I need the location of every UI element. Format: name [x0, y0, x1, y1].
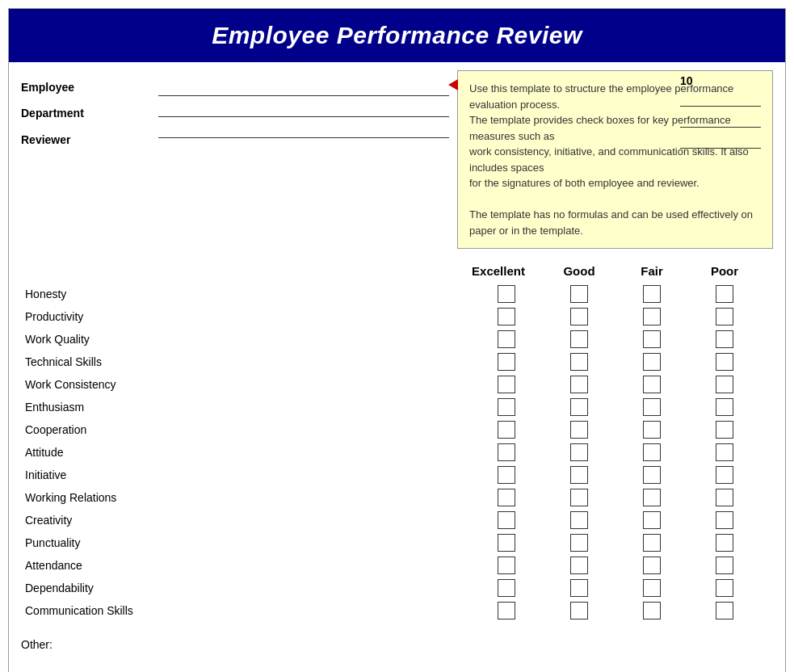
checkbox-excellent[interactable]: [498, 556, 515, 574]
checkbox-good[interactable]: [570, 602, 588, 620]
criteria-label: Technical Skills: [21, 355, 255, 368]
checkbox-good[interactable]: [570, 353, 588, 371]
checkbox-fair[interactable]: [643, 421, 661, 439]
checkbox-good[interactable]: [570, 511, 588, 529]
criteria-label: Honesty: [21, 288, 255, 300]
checkbox-poor[interactable]: [716, 308, 733, 326]
criteria-label: Attendance: [21, 559, 255, 572]
checkbox-fair[interactable]: [643, 376, 661, 393]
checkbox-excellent[interactable]: [498, 353, 515, 371]
right-input-2[interactable]: [680, 113, 761, 128]
checkbox-fair[interactable]: [643, 489, 661, 506]
checkbox-excellent[interactable]: [498, 443, 515, 461]
checkbox-excellent[interactable]: [498, 330, 515, 348]
page: Employee Performance Review Employee Dep…: [8, 8, 786, 672]
checkbox-group: [255, 285, 773, 303]
checkbox-good[interactable]: [570, 443, 588, 461]
checkbox-group: [255, 466, 773, 484]
checkbox-excellent[interactable]: [498, 534, 515, 552]
checkbox-poor[interactable]: [716, 443, 733, 461]
criteria-row: Dependability: [21, 577, 773, 599]
checkbox-fair[interactable]: [643, 511, 661, 529]
checkbox-poor[interactable]: [716, 285, 733, 303]
header-fair: Fair: [615, 264, 688, 278]
reviewer-input[interactable]: [158, 124, 449, 138]
checkbox-cell-fair: [615, 398, 688, 416]
checkbox-good[interactable]: [570, 556, 588, 574]
criteria-label: Punctuality: [21, 536, 255, 549]
checkbox-group: [255, 421, 773, 439]
checkbox-fair[interactable]: [643, 534, 661, 552]
right-input-3[interactable]: [680, 134, 761, 149]
checkbox-cell-good: [543, 376, 615, 393]
checkbox-excellent[interactable]: [498, 285, 515, 303]
checkbox-good[interactable]: [570, 579, 588, 597]
checkbox-excellent[interactable]: [498, 602, 515, 620]
checkbox-cell-poor: [688, 285, 761, 303]
checkbox-fair[interactable]: [643, 466, 661, 484]
checkbox-cell-good: [543, 579, 615, 597]
checkbox-good[interactable]: [570, 398, 588, 416]
checkbox-good[interactable]: [570, 285, 588, 303]
checkbox-good[interactable]: [570, 489, 588, 506]
criteria-row: Attendance: [21, 554, 773, 577]
checkbox-poor[interactable]: [716, 534, 733, 552]
employee-input[interactable]: [158, 82, 449, 96]
checkbox-poor[interactable]: [716, 398, 733, 416]
criteria-label: Work Quality: [21, 333, 255, 346]
checkbox-good[interactable]: [570, 534, 588, 552]
checkbox-excellent[interactable]: [498, 421, 515, 439]
criteria-row: Work Quality: [21, 328, 773, 351]
checkbox-good[interactable]: [570, 376, 588, 393]
checkbox-cell-fair: [615, 353, 688, 371]
checkbox-cell-poor: [688, 556, 761, 574]
checkbox-fair[interactable]: [643, 308, 661, 326]
checkbox-poor[interactable]: [716, 353, 733, 371]
checkbox-excellent[interactable]: [498, 579, 515, 597]
checkbox-fair[interactable]: [643, 330, 661, 348]
checkbox-poor[interactable]: [716, 376, 733, 393]
checkbox-excellent[interactable]: [498, 376, 515, 393]
checkbox-fair[interactable]: [643, 443, 661, 461]
checkbox-poor[interactable]: [716, 556, 733, 574]
checkbox-poor[interactable]: [716, 330, 733, 348]
checkbox-fair[interactable]: [643, 353, 661, 371]
checkbox-cell-poor: [688, 443, 761, 461]
checkbox-fair[interactable]: [643, 556, 661, 574]
checkbox-fair[interactable]: [643, 579, 661, 597]
other-row: [21, 659, 773, 672]
checkbox-poor[interactable]: [716, 579, 733, 597]
checkbox-fair[interactable]: [643, 285, 661, 303]
right-input-1[interactable]: [680, 92, 761, 107]
checkbox-excellent[interactable]: [498, 466, 515, 484]
checkbox-cell-poor: [688, 489, 761, 506]
checkbox-fair[interactable]: [643, 602, 661, 620]
checkbox-good[interactable]: [570, 308, 588, 326]
checkbox-poor[interactable]: [716, 466, 733, 484]
department-input[interactable]: [158, 103, 449, 117]
checkbox-fair[interactable]: [643, 398, 661, 416]
checkbox-group: [255, 330, 773, 348]
checkbox-cell-fair: [615, 579, 688, 597]
checkbox-poor[interactable]: [716, 602, 733, 620]
checkbox-cell-fair: [615, 308, 688, 326]
checkbox-excellent[interactable]: [498, 308, 515, 326]
checkbox-excellent[interactable]: [498, 511, 515, 529]
checkbox-cell-excellent: [470, 602, 543, 620]
checkbox-excellent[interactable]: [498, 489, 515, 506]
checkbox-excellent[interactable]: [498, 398, 515, 416]
rating-header: Excellent Good Fair Poor: [9, 253, 785, 283]
criteria-row: Communication Skills: [21, 599, 773, 622]
checkbox-good[interactable]: [570, 466, 588, 484]
checkbox-good[interactable]: [570, 330, 588, 348]
checkbox-cell-excellent: [470, 421, 543, 439]
other-line-1[interactable]: [21, 659, 239, 672]
checkbox-cell-fair: [615, 466, 688, 484]
checkbox-cell-fair: [615, 489, 688, 506]
checkbox-poor[interactable]: [716, 511, 733, 529]
department-label: Department: [21, 104, 150, 122]
checkbox-good[interactable]: [570, 421, 588, 439]
checkbox-poor[interactable]: [716, 421, 733, 439]
checkbox-poor[interactable]: [716, 489, 733, 506]
checkbox-group: [255, 489, 773, 506]
